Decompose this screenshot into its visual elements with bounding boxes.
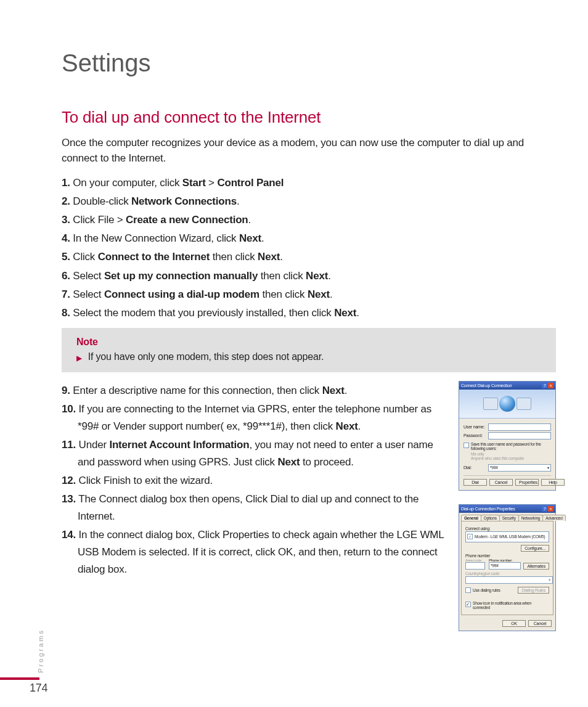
- properties-dialog: Dial-up Connection Properties ? × Genera…: [459, 504, 556, 631]
- accent-bar: [0, 677, 39, 680]
- alternates-button[interactable]: Alternates: [523, 563, 549, 570]
- step-3: 3. Click File > Create a new Connection.: [62, 211, 556, 229]
- dropdown-icon: ▾: [549, 578, 551, 582]
- dial-input[interactable]: *99# ▾: [488, 464, 551, 472]
- monitor-icon: [517, 398, 531, 410]
- step-7: 7. Select Connect using a dial-up modem …: [62, 286, 556, 303]
- note-label: Note: [76, 337, 541, 348]
- page-number: 174: [30, 682, 47, 695]
- country-dropdown: ▾: [465, 576, 553, 584]
- note-box: Note ▶ If you have only one modem, this …: [62, 328, 556, 372]
- dial-label: Dial:: [463, 465, 488, 470]
- side-tab-label: Programs: [37, 629, 44, 673]
- help-icon[interactable]: ?: [542, 506, 547, 512]
- me-only-radio: Me only: [471, 452, 551, 456]
- area-code-input: [465, 562, 485, 570]
- country-label: Country/region code:: [465, 571, 549, 576]
- step-12: 12. Click Finish to exit the wizard.: [62, 472, 444, 489]
- close-icon[interactable]: ×: [548, 506, 553, 512]
- phone-section-label: Phone number: [465, 554, 549, 558]
- steps-list-continued: 9. Enter a descriptive name for this con…: [62, 382, 444, 579]
- tab-options[interactable]: Options: [481, 515, 500, 521]
- password-label: Password:: [463, 433, 488, 438]
- globe-icon: [499, 396, 515, 412]
- phone-number-input[interactable]: *99#: [489, 562, 521, 570]
- step-4: 4. In the New Connection Wizard, click N…: [62, 230, 556, 247]
- step-6: 6. Select Set up my connection manually …: [62, 268, 556, 285]
- step-2: 2. Double-click Network Connections.: [62, 193, 556, 210]
- connect-dialog: Connect Dial-up Connection ? × Use: [459, 381, 556, 491]
- save-label: Save this user name and password for the…: [471, 442, 551, 451]
- cancel-button[interactable]: Cancel: [489, 479, 513, 486]
- help-button[interactable]: Help: [541, 479, 565, 486]
- note-text: If you have only one modem, this step do…: [88, 351, 324, 362]
- triangle-icon: ▶: [76, 354, 82, 362]
- username-input[interactable]: [488, 423, 551, 431]
- close-icon[interactable]: ×: [548, 383, 553, 388]
- ok-button[interactable]: OK: [502, 620, 526, 627]
- properties-button[interactable]: Properties: [515, 479, 539, 486]
- cancel-button[interactable]: Cancel: [528, 620, 552, 627]
- username-label: User name:: [463, 425, 488, 429]
- dial-button[interactable]: Dial: [463, 479, 487, 486]
- step-10: 10. If you are connecting to the Interne…: [62, 401, 444, 435]
- step-14: 14. In the connect dialog box, Click Pro…: [62, 526, 444, 578]
- page-title: Settings: [62, 49, 556, 77]
- section-title: To dial up and connect to the Internet: [62, 108, 556, 127]
- steps-list: 1. On your computer, click Start > Contr…: [62, 174, 556, 321]
- step-1: 1. On your computer, click Start > Contr…: [62, 174, 556, 192]
- monitor-icon: [483, 398, 498, 410]
- tab-general[interactable]: General: [461, 515, 481, 521]
- password-input[interactable]: [488, 432, 551, 439]
- intro-paragraph: Once the computer recognizes your device…: [62, 136, 556, 166]
- connect-using-label: Connect using:: [465, 526, 549, 531]
- checkmark-icon: ✓: [467, 534, 473, 539]
- dialog-title: Connect Dial-up Connection: [461, 383, 512, 388]
- tab-networking[interactable]: Networking: [518, 515, 544, 521]
- tab-advanced[interactable]: Advanced: [542, 515, 565, 521]
- step-8: 8. Select the modem that you previously …: [62, 304, 556, 322]
- tab-security[interactable]: Security: [499, 515, 519, 521]
- anyone-radio: Anyone who uses this computer: [471, 456, 551, 460]
- step-9: 9. Enter a descriptive name for this con…: [62, 382, 444, 399]
- use-dialing-label: Use dialing rules: [473, 588, 500, 592]
- dialing-rules-button: Dialing Rules: [518, 587, 549, 594]
- show-icon-checkbox[interactable]: ✓: [465, 602, 471, 607]
- tab-bar: General Options Security Networking Adva…: [461, 515, 553, 521]
- dialog-title: Dial-up Connection Properties: [461, 507, 515, 511]
- step-13: 13. The Connect dialog box then opens, C…: [62, 491, 444, 525]
- configure-button[interactable]: Configure...: [521, 545, 549, 552]
- modem-listbox[interactable]: ✓ Modem - LGE WML USB Modem (COM5): [465, 531, 549, 542]
- help-icon[interactable]: ?: [542, 383, 547, 388]
- use-dialing-checkbox[interactable]: [465, 587, 471, 593]
- dropdown-icon[interactable]: ▾: [547, 465, 549, 470]
- connection-banner: [459, 390, 555, 419]
- step-11: 11. Under Internet Account Information, …: [62, 436, 444, 471]
- show-icon-label: Show icon in notification area when conn…: [473, 601, 549, 610]
- save-checkbox[interactable]: [463, 443, 469, 448]
- step-5: 5. Click Connect to the Internet then cl…: [62, 248, 556, 266]
